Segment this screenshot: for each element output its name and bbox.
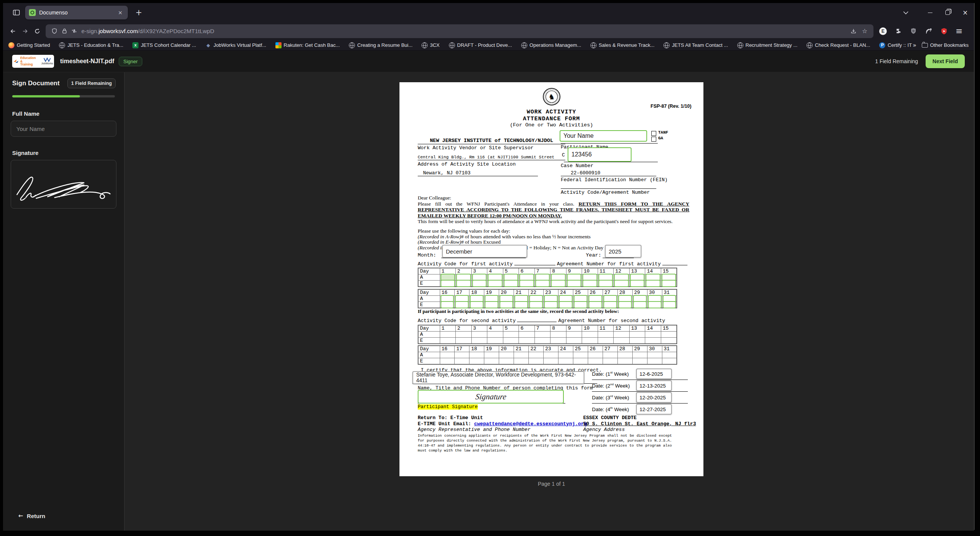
attendance-field[interactable] (630, 280, 645, 287)
save-page-icon[interactable] (848, 28, 858, 34)
attendance-field[interactable] (633, 301, 647, 308)
forward-icon[interactable] (19, 25, 31, 37)
date-field[interactable]: 12-27-2025 (636, 404, 672, 415)
attendance-field[interactable] (441, 301, 454, 308)
attendance-field[interactable] (500, 301, 513, 308)
attendance-field[interactable] (574, 301, 587, 308)
extensions-puzzle-icon[interactable] (892, 26, 904, 37)
bookmark-item[interactable]: Recruitment Strategy ... (737, 42, 798, 48)
signature-pad[interactable] (11, 160, 116, 209)
site-address-value: Central King Bldg., Rm 116 (at NJIT)100 … (418, 155, 565, 160)
bookmark-item[interactable]: Getting Started (8, 42, 50, 48)
attendance-field[interactable] (598, 280, 613, 287)
bookmarks-overflow-icon[interactable]: » (913, 41, 916, 49)
attendance-field[interactable] (582, 280, 597, 287)
next-field-button[interactable]: Next Field (926, 54, 965, 68)
bookmark-item[interactable]: PCertify :: IT Specialist C... (879, 42, 913, 48)
adblock-play-icon[interactable] (938, 26, 950, 37)
tab-close-icon[interactable]: × (116, 9, 124, 16)
list-all-tabs-icon[interactable] (903, 11, 908, 14)
attendance-field[interactable] (551, 280, 566, 287)
month-field[interactable]: December (442, 245, 527, 258)
date-field[interactable]: 12-13-2025 (636, 380, 672, 391)
bookmark-star-icon[interactable]: ☆ (860, 27, 870, 35)
attendance-field[interactable] (544, 301, 558, 308)
permissions-icon[interactable] (69, 29, 79, 34)
attendance-field[interactable] (618, 301, 632, 308)
attendance-cell (487, 332, 503, 338)
participant-signature-field[interactable]: Signature (418, 390, 564, 404)
attendance-cell (487, 281, 503, 287)
bookmark-item[interactable]: JETS All Team Contact ... (663, 42, 728, 48)
attendance-field[interactable] (488, 280, 503, 287)
row-label: E (418, 302, 440, 308)
case-number-field[interactable]: 123456 (568, 147, 632, 162)
attendance-field[interactable] (559, 301, 573, 308)
date-field[interactable]: 12-20-2025 (636, 392, 672, 403)
bookmark-item[interactable]: xJETS Cohort Calendar ... (132, 42, 196, 48)
lock-icon[interactable] (59, 28, 69, 34)
bookmarks-bar: Getting StartedJETS - Education & Tra...… (3, 40, 974, 51)
bookmark-item[interactable]: Operations Managem... (521, 42, 581, 48)
firefox-view-icon[interactable] (10, 7, 23, 18)
bookmark-item[interactable]: Creating a Resume Bui... (349, 42, 412, 48)
bookmark-item[interactable]: 3CX (422, 42, 439, 48)
attendance-field[interactable] (648, 301, 662, 308)
ublock-shield-icon[interactable] (908, 26, 919, 37)
window-minimize-button[interactable] (921, 3, 939, 22)
attendance-cell (455, 358, 469, 365)
browser-tab-documenso[interactable]: Documenso × (25, 6, 128, 19)
attendance-field[interactable] (603, 301, 617, 308)
attendance-field[interactable] (485, 301, 498, 308)
back-icon[interactable] (7, 25, 19, 37)
bookmark-label: 3CX (430, 42, 439, 48)
reload-icon[interactable] (31, 25, 43, 37)
etime-email-link[interactable]: cwepattendance@dedte.essexcountynj.org (474, 421, 587, 427)
attendance-field[interactable] (663, 301, 676, 308)
new-tab-button[interactable]: + (132, 9, 145, 17)
attendance-field[interactable] (614, 280, 629, 287)
bookmark-item[interactable]: Rakuten: Get Cash Bac... (275, 42, 340, 48)
completer-field[interactable]: Stefanie Toye, Associate Director, Workf… (412, 371, 584, 384)
attendance-field[interactable] (646, 280, 660, 287)
attendance-cell (503, 338, 519, 344)
letter-body: Dear Colleague: Please fill out the WFNJ… (418, 195, 689, 250)
bookmark-item[interactable]: Sales & Revenue Track... (590, 42, 655, 48)
attendance-cell (614, 332, 630, 338)
url-bar[interactable]: e-sign.jobworksvf.com/d/iX92YAZePDoc2MT1… (46, 24, 873, 38)
bookmark-item[interactable]: JETS - Education & Tra... (59, 42, 123, 48)
year-field[interactable]: 2025 (605, 245, 641, 258)
attendance-field[interactable] (662, 280, 676, 287)
attendance-field[interactable] (519, 280, 534, 287)
attendance-cell (645, 332, 661, 338)
signal-broadcast-icon[interactable] (923, 26, 934, 37)
tracking-protection-shield-icon[interactable] (49, 28, 59, 34)
attendance-field[interactable] (455, 301, 469, 308)
bookmark-item[interactable]: Check Request - BLAN... (807, 42, 870, 48)
menu-hamburger-icon[interactable]: ≡ (953, 26, 965, 37)
attendance-field[interactable] (535, 280, 550, 287)
attendance-field[interactable] (441, 280, 455, 287)
url-subdomain: e-sign. (81, 28, 99, 34)
date-week-label: Date: (2nd Week) (592, 383, 633, 389)
date-field[interactable]: 12-6-2025 (636, 368, 672, 379)
day-number-cell: 26 (588, 346, 603, 352)
full-name-input[interactable]: Your Name (11, 121, 116, 137)
window-close-button[interactable]: × (956, 3, 974, 22)
window-restore-button[interactable] (939, 3, 956, 22)
bookmark-item[interactable]: ◆JobWorks Virtual Platf... (205, 42, 266, 48)
attendance-field[interactable] (567, 280, 582, 287)
attendance-field[interactable] (514, 301, 528, 308)
attendance-field[interactable] (470, 301, 484, 308)
attendance-field[interactable] (456, 280, 471, 287)
ga-checkbox[interactable] (651, 136, 656, 143)
extension-e-icon[interactable]: E (877, 26, 889, 37)
return-button[interactable]: ← Return (18, 512, 45, 519)
attendance-field[interactable] (589, 301, 602, 308)
attendance-field[interactable] (472, 280, 487, 287)
attendance-field[interactable] (504, 280, 519, 287)
attendance-field[interactable] (529, 301, 543, 308)
participant-name-field[interactable]: Your Name (560, 130, 647, 142)
other-bookmarks[interactable]: Other Bookmarks (922, 42, 969, 48)
bookmark-item[interactable]: DRAFT - Product Deve... (449, 42, 512, 48)
